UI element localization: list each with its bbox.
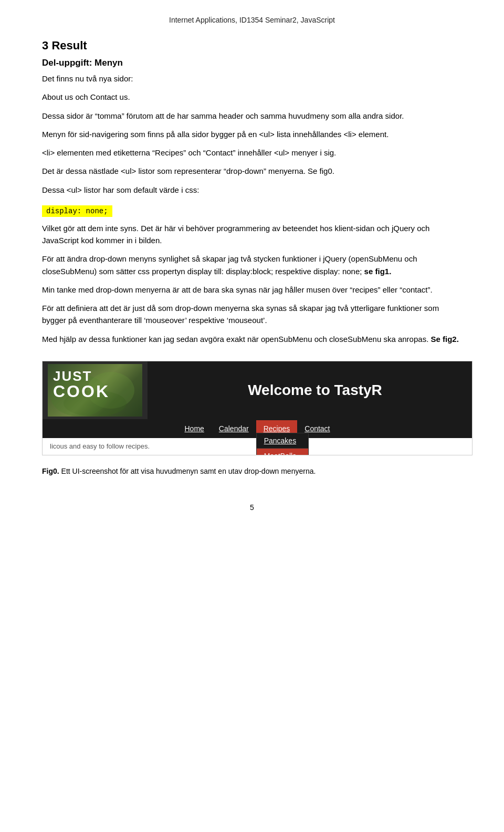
- logo-text-block: JUST COOK: [53, 369, 110, 400]
- paragraph-5: <li> elementen med etiketterna “Recipes”…: [42, 147, 462, 159]
- dropdown-pancakes[interactable]: Pancakes: [257, 433, 308, 449]
- paragraph-8: Vilket gör att dem inte syns. Det är här…: [42, 222, 462, 247]
- welcome-text: Welcome to TastyR: [248, 382, 382, 399]
- fig-label: Fig0.: [42, 467, 59, 475]
- paragraph-2: About us och Contact us.: [42, 91, 462, 103]
- tagline-text: licous and easy to follow recipes.: [50, 442, 150, 450]
- paragraph-4: Menyn för sid-navigering som finns på al…: [42, 128, 462, 140]
- page-number: 5: [42, 503, 462, 512]
- fig-caption-text: Ett UI-screenshot för att visa huvudmeny…: [59, 467, 316, 475]
- website-screenshot: JUST COOK Welcome to TastyR Home Calenda…: [42, 361, 472, 455]
- nav-home[interactable]: Home: [177, 420, 211, 437]
- section-subtitle: Del-uppgift: Menyn: [42, 58, 462, 68]
- code-block: display: none;: [42, 205, 112, 217]
- dropdown-meatballs[interactable]: MeatBalls: [257, 449, 308, 455]
- logo-cook: COOK: [53, 383, 110, 400]
- paragraph-10: Min tanke med drop-down menyerna är att …: [42, 284, 462, 296]
- paragraph-11: För att definiera att det är just då som…: [42, 302, 462, 327]
- logo-image: JUST COOK: [48, 364, 142, 417]
- paragraph-12: Med hjälp av dessa funktioner kan jag se…: [42, 333, 462, 345]
- fig2-ref: Se fig2.: [428, 335, 459, 344]
- site-nav: Home Calendar Recipes Pancakes MeatBalls…: [43, 419, 472, 438]
- nav-calendar[interactable]: Calendar: [212, 420, 256, 437]
- nav-items-list: Home Calendar Recipes Pancakes MeatBalls…: [177, 420, 337, 437]
- paragraph-7: Dessa <ul> listor har som default värde …: [42, 184, 462, 196]
- paragraph-6: Det är dessa nästlade <ul> listor som re…: [42, 165, 462, 177]
- section-title: 3 Result: [42, 39, 462, 53]
- site-welcome-area: Welcome to TastyR: [148, 382, 472, 399]
- site-header: JUST COOK Welcome to TastyR: [43, 361, 472, 419]
- page-header: Internet Applications, ID1354 Seminar2, …: [42, 16, 462, 24]
- nav-recipes-wrapper: Recipes Pancakes MeatBalls: [256, 424, 298, 433]
- fig-caption: Fig0. Ett UI-screenshot för att visa huv…: [42, 466, 462, 477]
- page-header-text: Internet Applications, ID1354 Seminar2, …: [169, 16, 335, 24]
- site-logo-area: JUST COOK: [43, 361, 148, 419]
- paragraph-9: För att ändra drop-down menyns synlighet…: [42, 253, 462, 277]
- recipes-dropdown: Pancakes MeatBalls: [256, 433, 309, 455]
- paragraph-1: Det finns nu två nya sidor:: [42, 72, 462, 85]
- fig1-ref: se fig1.: [362, 267, 391, 276]
- paragraph-3: Dessa sidor är “tomma” förutom att de ha…: [42, 110, 462, 122]
- logo-just: JUST: [53, 369, 110, 383]
